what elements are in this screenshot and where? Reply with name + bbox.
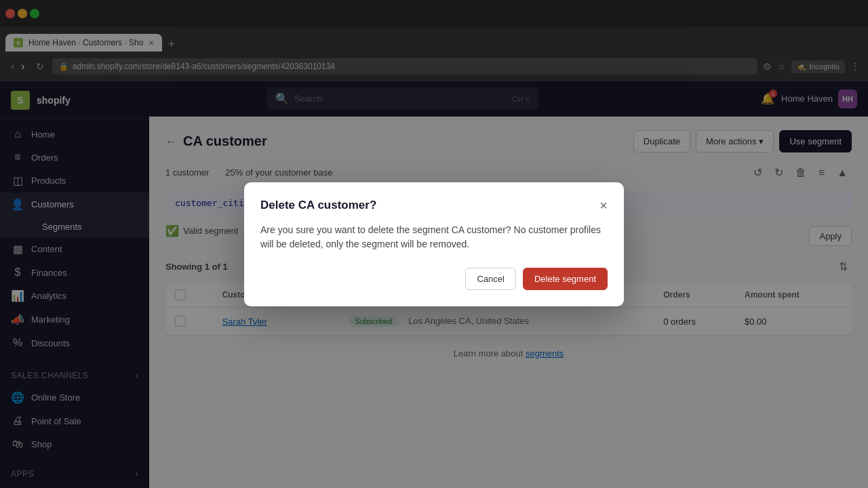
delete-confirm-modal: Delete CA customer? × Are you sure you w…	[244, 182, 624, 306]
modal-body: Are you sure you want to delete the segm…	[260, 223, 608, 251]
modal-close-button[interactable]: ×	[599, 199, 608, 212]
modal-header: Delete CA customer? ×	[260, 199, 608, 212]
modal-footer: Cancel Delete segment	[260, 268, 608, 290]
cancel-button[interactable]: Cancel	[465, 268, 515, 290]
modal-title: Delete CA customer?	[260, 199, 376, 212]
delete-segment-button[interactable]: Delete segment	[523, 268, 608, 290]
modal-overlay[interactable]: Delete CA customer? × Are you sure you w…	[0, 0, 868, 488]
